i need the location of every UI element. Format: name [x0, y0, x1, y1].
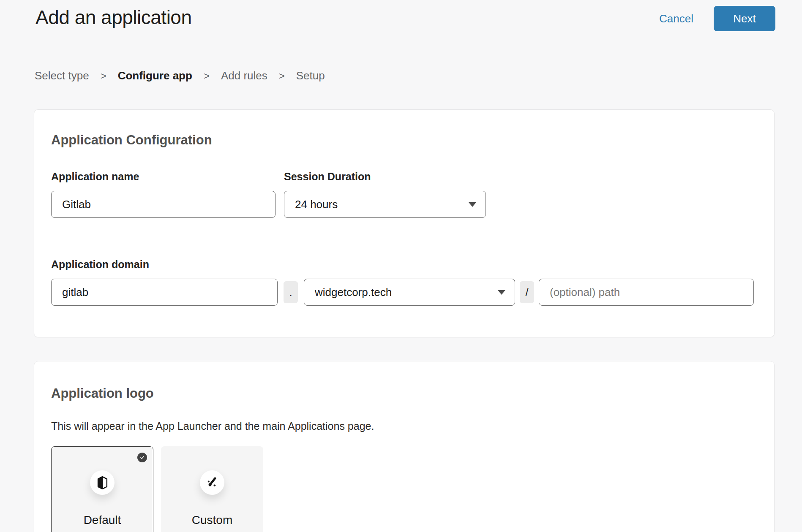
- name-session-row: Application name Session Duration 24 hou…: [51, 171, 757, 218]
- session-duration-label: Session Duration: [284, 171, 486, 183]
- session-duration-field: Session Duration 24 hours: [284, 171, 486, 218]
- logo-option-custom[interactable]: Custom: [161, 446, 263, 532]
- breadcrumb: Select type > Configure app > Add rules …: [35, 69, 802, 82]
- add-application-page: Add an application Cancel Next Select ty…: [0, 0, 802, 532]
- domain-value: widgetcorp.tech: [315, 286, 392, 299]
- session-duration-value: 24 hours: [295, 198, 338, 211]
- header-actions: Cancel Next: [659, 6, 775, 31]
- chevron-separator: >: [279, 70, 285, 82]
- logo-option-label: Default: [84, 513, 121, 527]
- application-logo-description: This will appear in the App Launcher and…: [51, 420, 757, 433]
- application-domain-label: Application domain: [51, 258, 757, 271]
- domain-select[interactable]: widgetcorp.tech: [304, 279, 515, 306]
- selected-check-badge: [137, 453, 147, 462]
- logo-option-default[interactable]: Default: [51, 446, 153, 532]
- application-name-label: Application name: [51, 171, 276, 183]
- application-configuration-heading: Application Configuration: [51, 133, 757, 148]
- session-duration-select[interactable]: 24 hours: [284, 191, 486, 218]
- custom-logo-circle: [200, 470, 224, 495]
- application-logo-heading: Application logo: [51, 386, 757, 401]
- application-logo-card: Application logo This will appear in the…: [34, 361, 775, 532]
- chevron-down-icon: [498, 290, 505, 295]
- logo-options: Default Custom: [51, 446, 757, 532]
- page-title: Add an application: [35, 6, 192, 29]
- subdomain-input[interactable]: [51, 279, 278, 306]
- application-configuration-card: Application Configuration Application na…: [34, 109, 775, 337]
- application-domain-field: Application domain . widgetcorp.tech /: [51, 258, 757, 306]
- logo-option-label: Custom: [192, 513, 232, 527]
- cancel-button[interactable]: Cancel: [659, 12, 693, 25]
- page-header: Add an application Cancel Next: [0, 0, 802, 31]
- chevron-separator: >: [204, 70, 210, 82]
- dot-separator: .: [284, 281, 298, 303]
- default-logo-circle: [90, 470, 115, 495]
- application-domain-row: . widgetcorp.tech /: [51, 279, 757, 306]
- paintbrush-icon: [206, 476, 218, 489]
- application-name-input[interactable]: [51, 191, 276, 218]
- application-name-field: Application name: [51, 171, 276, 218]
- step-configure-app[interactable]: Configure app: [118, 69, 192, 82]
- step-select-type[interactable]: Select type: [35, 69, 89, 82]
- step-setup[interactable]: Setup: [296, 69, 325, 82]
- check-icon: [139, 455, 145, 460]
- next-button[interactable]: Next: [714, 6, 775, 31]
- slash-separator: /: [520, 281, 534, 303]
- cube-icon: [97, 476, 108, 489]
- chevron-down-icon: [469, 202, 476, 207]
- chevron-separator: >: [101, 70, 106, 82]
- path-input[interactable]: [539, 279, 754, 306]
- step-add-rules[interactable]: Add rules: [221, 69, 267, 82]
